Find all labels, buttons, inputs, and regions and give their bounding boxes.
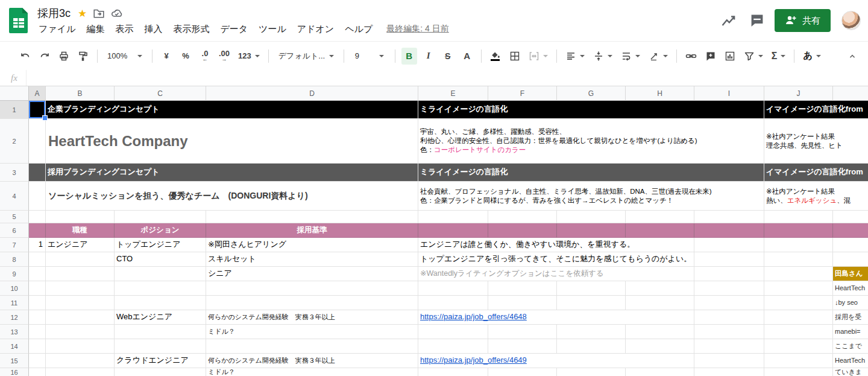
cell-E8[interactable]: トップエンジニアを引っ張ってきて、そこに魅力を感じてもらうのがよい。 [418,252,694,267]
cell-A16[interactable] [29,368,46,376]
cell-H10[interactable] [626,281,694,296]
cell-C15[interactable]: クラウドエンジニア [115,354,206,368]
cell-A12[interactable] [29,310,46,325]
row-header-14[interactable]: 14 [0,339,29,354]
insights-icon[interactable] [720,13,736,28]
insert-comment-button[interactable] [703,48,719,65]
increase-decimal-button[interactable]: .00→ [216,48,232,65]
col-header-J[interactable]: J [764,86,833,101]
cell-F11[interactable] [488,296,557,310]
cell-J8[interactable] [764,252,833,267]
cell-H16[interactable] [626,368,694,376]
cell-J5[interactable] [764,211,833,223]
menu-1[interactable]: ファイル [37,24,81,35]
cell-I12[interactable] [694,310,764,325]
text-wrap-button[interactable] [618,48,643,65]
cell-A4[interactable] [29,182,46,211]
cell-F10[interactable] [488,281,557,296]
row-header-13[interactable]: 13 [0,325,29,339]
cell-I14[interactable] [694,339,764,354]
cell-E15[interactable]: https://paiza.jp/job_offers/4649 [418,354,694,368]
avatar[interactable] [841,11,861,30]
cell-J12[interactable] [764,310,833,325]
cell-A1[interactable] [29,101,46,119]
cell-D6[interactable]: 採用基準 [206,223,418,238]
cell-D9[interactable]: シニア [206,267,418,281]
cell-E2[interactable]: 宇宙、丸い、ご縁、多様性、躍動感、受容性、利他心、心理的安全性、自己認識力：世界… [418,119,764,164]
row-header-15[interactable]: 15 [0,354,29,368]
cell-J13[interactable] [764,325,833,339]
cell-J6[interactable] [764,223,833,238]
cell-F16[interactable] [488,368,557,376]
cell-B15[interactable] [46,354,115,368]
cell-D8[interactable]: スキルセット [206,252,418,267]
cell-J9[interactable] [764,267,833,281]
cell-C7[interactable]: トップエンジニア [115,238,206,252]
paint-format-button[interactable] [75,48,91,65]
cell-E11[interactable] [418,296,488,310]
col-header-B[interactable]: B [46,86,115,101]
text-rotation-button[interactable] [646,48,670,65]
cell-I11[interactable] [694,296,764,310]
cell-F5[interactable] [488,211,557,223]
comments-icon[interactable] [749,13,765,28]
cell-B5[interactable] [46,211,115,223]
cell-J16[interactable] [764,368,833,376]
row-header-2[interactable]: 2 [0,119,29,164]
cell-B4[interactable]: ソーシャルミッションを担う、優秀なチーム (DONGURI資料より) [46,182,418,211]
col-header-F[interactable]: F [488,86,557,101]
menu-9[interactable]: ヘルプ [339,24,378,35]
cell-K9[interactable]: 田島さん [833,267,868,281]
cell-E13[interactable] [418,325,488,339]
cell-D12[interactable]: 何らかのシステム開発経験 実務３年以上 [206,310,418,325]
row-header-10[interactable]: 10 [0,281,29,296]
filter-button[interactable] [741,48,766,65]
font-family-select[interactable]: デフォルト... [275,48,338,65]
col-header-D[interactable]: D [206,86,418,101]
cell-E9[interactable]: ※Wantedlyライティングオプションはここを依頼する [418,267,694,281]
move-folder-icon[interactable] [93,7,105,19]
cell-B2[interactable]: HeartTech Company [46,119,418,164]
cell-F14[interactable] [488,339,557,354]
cell-D13[interactable]: ミドル？ [206,325,418,339]
cell-J3[interactable]: イマイメージの言語化from [764,164,868,182]
cell-B6[interactable]: 職種 [46,223,115,238]
cell-D14[interactable] [206,339,418,354]
menu-6[interactable]: データ [215,24,253,35]
cell-B7[interactable]: エンジニア [46,238,115,252]
cell-H6[interactable] [626,223,694,238]
italic-button[interactable]: I [421,48,436,65]
cell-A3[interactable] [29,164,46,182]
row-header-16[interactable]: 16 [0,368,29,376]
cell-H11[interactable] [626,296,694,310]
cell-C16[interactable] [115,368,206,376]
cell-D7[interactable]: ※岡田さんヒアリング [206,238,418,252]
col-header-K[interactable] [833,86,868,101]
cell-A7[interactable]: 1 [29,238,46,252]
cell-D10[interactable] [206,281,418,296]
share-button[interactable]: 共有 [775,9,831,32]
col-header-E[interactable]: E [418,86,488,101]
cell-C12[interactable]: Webエンジニア [115,310,206,325]
row-header-6[interactable]: 6 [0,223,29,238]
cell-C11[interactable] [115,296,206,310]
bold-button[interactable]: B [401,48,417,65]
horizontal-align-button[interactable] [563,48,587,65]
cell-K12[interactable]: 採用を受 [833,310,868,325]
borders-button[interactable] [507,48,523,65]
cell-B10[interactable] [46,281,115,296]
menu-4[interactable]: 挿入 [139,24,168,35]
row-header-5[interactable]: 5 [0,211,29,223]
cell-K8[interactable] [833,252,868,267]
cell-E14[interactable] [418,339,488,354]
cell-G13[interactable] [557,325,626,339]
cell-K5[interactable] [833,211,868,223]
cell-I15[interactable] [694,354,764,368]
cell-H5[interactable] [626,211,694,223]
cell-A10[interactable] [29,281,46,296]
functions-button[interactable]: Σ [769,48,788,65]
row-header-12[interactable]: 12 [0,310,29,325]
col-header-H[interactable]: H [626,86,694,101]
cell-B13[interactable] [46,325,115,339]
cell-J1[interactable]: イマイメージの言語化from [764,101,868,119]
